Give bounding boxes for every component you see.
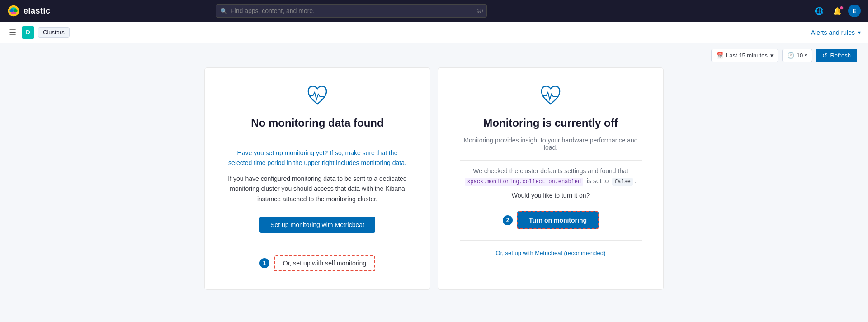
monitoring-off-card: Monitoring is currently off Monitoring p…	[438, 67, 664, 290]
nav-right-icons: 🌐 🔔 E	[812, 5, 861, 17]
search-shortcut: ⌘/	[477, 8, 483, 14]
elastic-logo-icon	[7, 5, 20, 17]
monitoring-off-title: Monitoring is currently off	[483, 117, 618, 129]
refresh-label: Refresh	[830, 52, 851, 59]
workspace-d-btn[interactable]: D	[22, 26, 34, 39]
global-search[interactable]: 🔍 ⌘/	[216, 4, 487, 18]
no-monitoring-title: No monitoring data found	[251, 117, 383, 129]
setup-metricbeat-alt-link[interactable]: Or, set up with Metricbeat (recommended)	[496, 250, 606, 256]
heartbeat-icon-2	[539, 86, 562, 108]
setup-metricbeat-btn[interactable]: Set up monitoring with Metricbeat	[259, 217, 375, 233]
hamburger-menu-btn[interactable]: ☰	[7, 26, 18, 39]
badge-2: 2	[503, 215, 513, 225]
toolbar: 📅 Last 15 minutes ▾ 🕐 10 s ↺ Refresh	[0, 43, 868, 67]
alerts-rules-btn[interactable]: Alerts and rules ▾	[811, 29, 861, 36]
monitoring-off-subtitle: Monitoring provides insight to your hard…	[460, 137, 642, 151]
calendar-icon: 📅	[716, 52, 723, 59]
svg-point-3	[9, 9, 14, 12]
check-text-middle: is set to	[587, 177, 609, 185]
notification-icon-btn[interactable]: 🔔	[830, 5, 844, 17]
heartbeat-icon	[306, 86, 329, 108]
chevron-down-icon: ▾	[858, 29, 861, 36]
time-label: Last 15 minutes	[726, 52, 768, 59]
time-picker[interactable]: 📅 Last 15 minutes ▾	[711, 49, 778, 62]
search-input[interactable]	[216, 4, 487, 18]
refresh-icon: ↺	[822, 52, 827, 59]
auto-refresh-control[interactable]: 🕐 10 s	[782, 49, 813, 62]
no-monitoring-text1: Have you set up monitoring yet? If so, m…	[226, 148, 408, 168]
chevron-down-icon: ▾	[770, 52, 774, 59]
secondary-navigation: ☰ D Clusters Alerts and rules ▾	[0, 22, 868, 43]
breadcrumb: ☰ D Clusters	[7, 26, 70, 39]
setting-name-code: xpack.monitoring.collection.enabled	[465, 178, 583, 186]
no-monitoring-text2: If you have configured monitoring data t…	[226, 174, 408, 204]
main-content: No monitoring data found Have you set up…	[0, 67, 868, 301]
self-monitoring-btn[interactable]: Or, set up with self monitoring	[274, 255, 375, 271]
self-monitoring-label: Or, set up with self monitoring	[283, 260, 366, 267]
refresh-button[interactable]: ↺ Refresh	[816, 49, 857, 62]
turn-on-label: Turn on monitoring	[529, 217, 587, 224]
check-text: We checked the cluster defaults settings…	[465, 166, 637, 187]
badge-1: 1	[259, 258, 269, 268]
setting-value-code: false	[612, 178, 633, 186]
user-avatar-btn[interactable]: E	[848, 5, 861, 17]
turn-on-monitoring-btn[interactable]: Turn on monitoring	[517, 211, 599, 229]
check-text-after: .	[635, 177, 637, 185]
auto-refresh-label: 10 s	[797, 52, 808, 59]
no-monitoring-card: No monitoring data found Have you set up…	[204, 67, 430, 290]
question-text: Would you like to turn it on?	[512, 190, 590, 200]
alerts-rules-label: Alerts and rules	[811, 29, 855, 36]
elastic-logo[interactable]: elastic	[7, 5, 51, 17]
svg-point-4	[14, 9, 18, 12]
search-icon: 🔍	[220, 8, 227, 14]
clock-icon: 🕐	[787, 52, 794, 59]
check-text-before: We checked the cluster defaults settings…	[473, 167, 628, 175]
share-icon-btn[interactable]: 🌐	[812, 5, 826, 17]
elastic-logo-text: elastic	[24, 6, 51, 16]
top-navigation: elastic 🔍 ⌘/ 🌐 🔔 E	[0, 0, 868, 22]
clusters-breadcrumb-link[interactable]: Clusters	[38, 27, 70, 38]
